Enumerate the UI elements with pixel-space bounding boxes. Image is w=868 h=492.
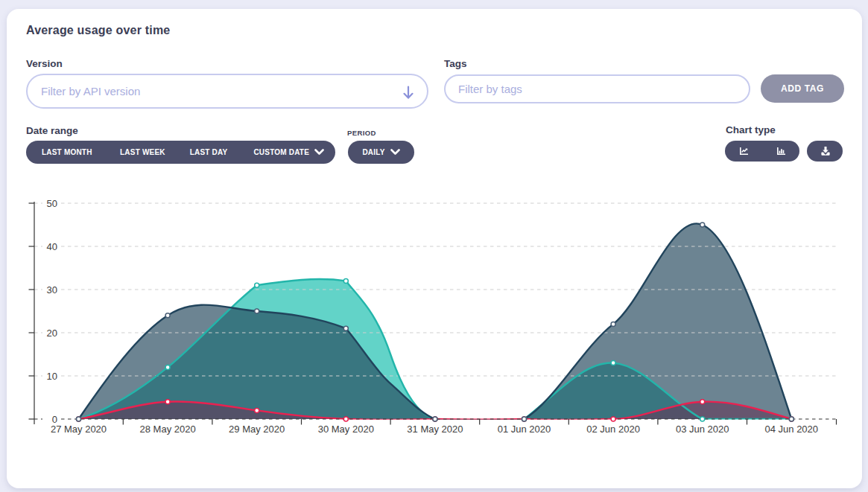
svg-text:30 May 2020: 30 May 2020 [318,424,374,435]
svg-text:50: 50 [47,198,57,209]
svg-text:03 Jun 2020: 03 Jun 2020 [676,424,729,435]
svg-text:27 May 2020: 27 May 2020 [51,424,107,435]
svg-text:04 Jun 2020: 04 Jun 2020 [765,424,819,435]
svg-text:28 May 2020: 28 May 2020 [140,424,196,435]
svg-text:01 Jun 2020: 01 Jun 2020 [498,424,551,435]
svg-text:02 Jun 2020: 02 Jun 2020 [586,424,640,435]
svg-text:40: 40 [47,241,57,252]
svg-text:31 May 2020: 31 May 2020 [407,424,463,435]
svg-text:30: 30 [47,284,57,295]
svg-text:20: 20 [47,328,57,339]
svg-text:10: 10 [47,371,57,382]
svg-text:29 May 2020: 29 May 2020 [229,424,285,435]
